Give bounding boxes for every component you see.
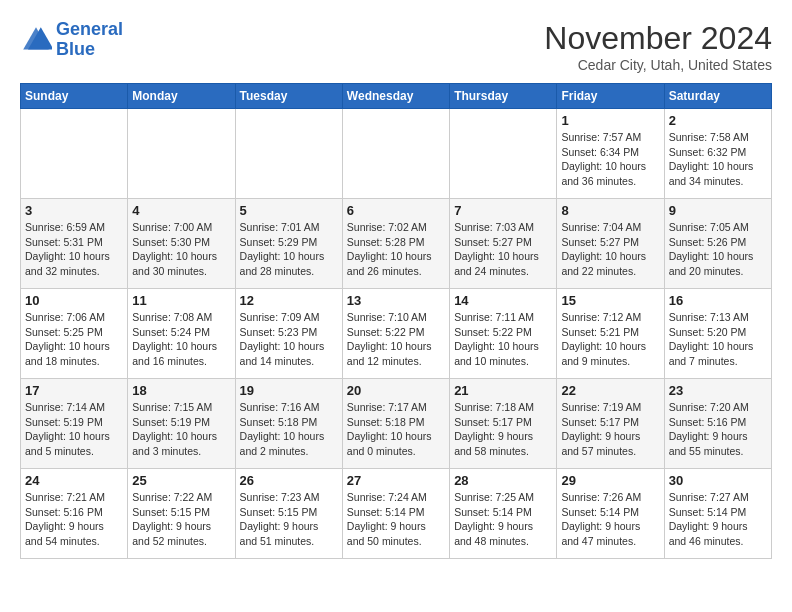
day-number: 15 <box>561 293 659 308</box>
calendar-cell: 1Sunrise: 7:57 AM Sunset: 6:34 PM Daylig… <box>557 109 664 199</box>
day-info: Sunrise: 7:09 AM Sunset: 5:23 PM Dayligh… <box>240 310 338 369</box>
day-info: Sunrise: 7:27 AM Sunset: 5:14 PM Dayligh… <box>669 490 767 549</box>
header: General Blue November 2024 Cedar City, U… <box>20 20 772 73</box>
day-info: Sunrise: 7:58 AM Sunset: 6:32 PM Dayligh… <box>669 130 767 189</box>
day-number: 16 <box>669 293 767 308</box>
day-number: 1 <box>561 113 659 128</box>
day-number: 6 <box>347 203 445 218</box>
calendar-cell: 7Sunrise: 7:03 AM Sunset: 5:27 PM Daylig… <box>450 199 557 289</box>
month-title: November 2024 <box>544 20 772 57</box>
page: General Blue November 2024 Cedar City, U… <box>0 0 792 569</box>
day-number: 24 <box>25 473 123 488</box>
logo-text: General Blue <box>56 20 123 60</box>
day-info: Sunrise: 7:06 AM Sunset: 5:25 PM Dayligh… <box>25 310 123 369</box>
week-row-4: 17Sunrise: 7:14 AM Sunset: 5:19 PM Dayli… <box>21 379 772 469</box>
calendar-cell: 4Sunrise: 7:00 AM Sunset: 5:30 PM Daylig… <box>128 199 235 289</box>
day-info: Sunrise: 7:05 AM Sunset: 5:26 PM Dayligh… <box>669 220 767 279</box>
day-info: Sunrise: 7:23 AM Sunset: 5:15 PM Dayligh… <box>240 490 338 549</box>
calendar-cell: 16Sunrise: 7:13 AM Sunset: 5:20 PM Dayli… <box>664 289 771 379</box>
weekday-header-thursday: Thursday <box>450 84 557 109</box>
day-info: Sunrise: 7:00 AM Sunset: 5:30 PM Dayligh… <box>132 220 230 279</box>
calendar-cell: 23Sunrise: 7:20 AM Sunset: 5:16 PM Dayli… <box>664 379 771 469</box>
day-info: Sunrise: 7:11 AM Sunset: 5:22 PM Dayligh… <box>454 310 552 369</box>
day-info: Sunrise: 7:12 AM Sunset: 5:21 PM Dayligh… <box>561 310 659 369</box>
day-number: 13 <box>347 293 445 308</box>
location: Cedar City, Utah, United States <box>544 57 772 73</box>
day-info: Sunrise: 7:20 AM Sunset: 5:16 PM Dayligh… <box>669 400 767 459</box>
calendar-cell: 28Sunrise: 7:25 AM Sunset: 5:14 PM Dayli… <box>450 469 557 559</box>
day-info: Sunrise: 7:17 AM Sunset: 5:18 PM Dayligh… <box>347 400 445 459</box>
calendar-cell: 5Sunrise: 7:01 AM Sunset: 5:29 PM Daylig… <box>235 199 342 289</box>
calendar-cell: 20Sunrise: 7:17 AM Sunset: 5:18 PM Dayli… <box>342 379 449 469</box>
day-info: Sunrise: 7:21 AM Sunset: 5:16 PM Dayligh… <box>25 490 123 549</box>
calendar-cell: 22Sunrise: 7:19 AM Sunset: 5:17 PM Dayli… <box>557 379 664 469</box>
day-info: Sunrise: 7:08 AM Sunset: 5:24 PM Dayligh… <box>132 310 230 369</box>
weekday-header-tuesday: Tuesday <box>235 84 342 109</box>
week-row-3: 10Sunrise: 7:06 AM Sunset: 5:25 PM Dayli… <box>21 289 772 379</box>
day-info: Sunrise: 7:57 AM Sunset: 6:34 PM Dayligh… <box>561 130 659 189</box>
calendar-cell: 10Sunrise: 7:06 AM Sunset: 5:25 PM Dayli… <box>21 289 128 379</box>
day-number: 5 <box>240 203 338 218</box>
calendar-cell: 19Sunrise: 7:16 AM Sunset: 5:18 PM Dayli… <box>235 379 342 469</box>
calendar-cell: 6Sunrise: 7:02 AM Sunset: 5:28 PM Daylig… <box>342 199 449 289</box>
day-number: 30 <box>669 473 767 488</box>
week-row-2: 3Sunrise: 6:59 AM Sunset: 5:31 PM Daylig… <box>21 199 772 289</box>
calendar-cell <box>21 109 128 199</box>
day-number: 9 <box>669 203 767 218</box>
calendar-cell <box>450 109 557 199</box>
day-info: Sunrise: 7:13 AM Sunset: 5:20 PM Dayligh… <box>669 310 767 369</box>
day-info: Sunrise: 7:03 AM Sunset: 5:27 PM Dayligh… <box>454 220 552 279</box>
day-number: 18 <box>132 383 230 398</box>
day-info: Sunrise: 7:19 AM Sunset: 5:17 PM Dayligh… <box>561 400 659 459</box>
day-info: Sunrise: 7:10 AM Sunset: 5:22 PM Dayligh… <box>347 310 445 369</box>
calendar-cell: 14Sunrise: 7:11 AM Sunset: 5:22 PM Dayli… <box>450 289 557 379</box>
day-number: 14 <box>454 293 552 308</box>
calendar-cell: 8Sunrise: 7:04 AM Sunset: 5:27 PM Daylig… <box>557 199 664 289</box>
logo: General Blue <box>20 20 123 60</box>
calendar-cell: 15Sunrise: 7:12 AM Sunset: 5:21 PM Dayli… <box>557 289 664 379</box>
calendar-cell: 13Sunrise: 7:10 AM Sunset: 5:22 PM Dayli… <box>342 289 449 379</box>
day-number: 26 <box>240 473 338 488</box>
day-info: Sunrise: 7:26 AM Sunset: 5:14 PM Dayligh… <box>561 490 659 549</box>
calendar-cell: 24Sunrise: 7:21 AM Sunset: 5:16 PM Dayli… <box>21 469 128 559</box>
day-number: 4 <box>132 203 230 218</box>
day-info: Sunrise: 7:18 AM Sunset: 5:17 PM Dayligh… <box>454 400 552 459</box>
day-number: 12 <box>240 293 338 308</box>
logo-icon <box>20 24 52 56</box>
weekday-header-wednesday: Wednesday <box>342 84 449 109</box>
day-info: Sunrise: 7:25 AM Sunset: 5:14 PM Dayligh… <box>454 490 552 549</box>
calendar-header: SundayMondayTuesdayWednesdayThursdayFrid… <box>21 84 772 109</box>
day-number: 8 <box>561 203 659 218</box>
day-number: 23 <box>669 383 767 398</box>
day-info: Sunrise: 7:04 AM Sunset: 5:27 PM Dayligh… <box>561 220 659 279</box>
day-info: Sunrise: 7:24 AM Sunset: 5:14 PM Dayligh… <box>347 490 445 549</box>
day-info: Sunrise: 7:22 AM Sunset: 5:15 PM Dayligh… <box>132 490 230 549</box>
calendar-cell <box>235 109 342 199</box>
title-block: November 2024 Cedar City, Utah, United S… <box>544 20 772 73</box>
weekday-header-saturday: Saturday <box>664 84 771 109</box>
calendar-cell: 2Sunrise: 7:58 AM Sunset: 6:32 PM Daylig… <box>664 109 771 199</box>
calendar-cell: 3Sunrise: 6:59 AM Sunset: 5:31 PM Daylig… <box>21 199 128 289</box>
calendar-cell: 27Sunrise: 7:24 AM Sunset: 5:14 PM Dayli… <box>342 469 449 559</box>
calendar-cell: 21Sunrise: 7:18 AM Sunset: 5:17 PM Dayli… <box>450 379 557 469</box>
day-number: 19 <box>240 383 338 398</box>
day-number: 20 <box>347 383 445 398</box>
calendar-cell: 30Sunrise: 7:27 AM Sunset: 5:14 PM Dayli… <box>664 469 771 559</box>
day-number: 11 <box>132 293 230 308</box>
calendar-cell: 25Sunrise: 7:22 AM Sunset: 5:15 PM Dayli… <box>128 469 235 559</box>
calendar-cell: 29Sunrise: 7:26 AM Sunset: 5:14 PM Dayli… <box>557 469 664 559</box>
day-number: 27 <box>347 473 445 488</box>
day-number: 10 <box>25 293 123 308</box>
day-info: Sunrise: 7:15 AM Sunset: 5:19 PM Dayligh… <box>132 400 230 459</box>
day-number: 7 <box>454 203 552 218</box>
day-info: Sunrise: 7:14 AM Sunset: 5:19 PM Dayligh… <box>25 400 123 459</box>
day-number: 2 <box>669 113 767 128</box>
day-info: Sunrise: 7:02 AM Sunset: 5:28 PM Dayligh… <box>347 220 445 279</box>
logo-line2: Blue <box>56 39 95 59</box>
calendar-cell: 12Sunrise: 7:09 AM Sunset: 5:23 PM Dayli… <box>235 289 342 379</box>
week-row-1: 1Sunrise: 7:57 AM Sunset: 6:34 PM Daylig… <box>21 109 772 199</box>
calendar-cell <box>342 109 449 199</box>
day-number: 17 <box>25 383 123 398</box>
day-number: 22 <box>561 383 659 398</box>
day-number: 28 <box>454 473 552 488</box>
